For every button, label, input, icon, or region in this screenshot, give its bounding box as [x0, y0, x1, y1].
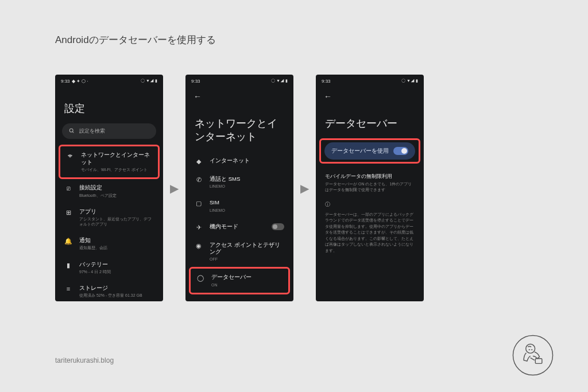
status-icons-right: 〇 ▼◢ ▮: [401, 78, 418, 84]
item-title: 通知: [79, 237, 154, 244]
wifi-icon: [66, 152, 74, 160]
settings-item-storage[interactable]: ≡ ストレージ 使用済み 52% - 空き容量 61.32 GB: [62, 280, 156, 301]
wifi-icon: ◆: [195, 158, 203, 165]
status-bar: 9:33 ◆ ✦ ⬡ · 〇 ▼◢ ▮: [55, 75, 163, 86]
devices-icon: ⎚: [64, 185, 72, 192]
blog-logo: [512, 335, 554, 376]
back-button[interactable]: ←: [194, 92, 202, 101]
network-item-airplane[interactable]: ✈ 機内モード: [192, 218, 287, 236]
info-icon: ⓘ: [323, 193, 417, 212]
search-icon: [69, 128, 75, 135]
status-icons-right: 〇 ▼◢ ▮: [271, 78, 288, 84]
battery-icon: ▮: [64, 262, 72, 269]
vpn-icon: ⎔: [195, 300, 203, 301]
phone-datasaver: 9:33 〇 ▼◢ ▮ ← データセーバー データセーバーを使用 モバイルデータ…: [316, 75, 424, 301]
phone-icon: ✆: [195, 176, 203, 184]
item-title: バッテリー: [79, 261, 154, 268]
article-title: Androidのデータセーバーを使用する: [55, 33, 216, 46]
phone-settings: 9:33 ◆ ✦ ⬡ · 〇 ▼◢ ▮ 設定 設定を検索 ネットワークとイ: [55, 75, 163, 301]
status-icons-left: ◆ ✦ ⬡ ·: [72, 79, 88, 84]
item-sub: Bluetooth、ペア設定: [79, 193, 154, 198]
svg-rect-4: [535, 359, 542, 364]
item-title: 接続設定: [79, 184, 154, 191]
hotspot-icon: ◉: [195, 242, 203, 250]
screen-title: ネットワークとインターネット: [192, 101, 287, 152]
highlight-network: ネットワークとインターネット モバイル、Wi-Fi、アクセス ポイント: [59, 145, 160, 179]
unrestricted-title[interactable]: モバイルデータの無制限利用: [323, 164, 417, 181]
sim-icon: ▢: [195, 200, 203, 207]
settings-item-battery[interactable]: ▮ バッテリー 97% - 4 日 2 時間: [62, 256, 156, 280]
network-item-vpn[interactable]: ⎔ VPN なし: [192, 294, 287, 301]
status-bar: 9:33 〇 ▼◢ ▮: [185, 75, 293, 86]
settings-item-connections[interactable]: ⎚ 接続設定 Bluetooth、ペア設定: [62, 179, 156, 203]
phone-row: 9:33 ◆ ✦ ⬡ · 〇 ▼◢ ▮ 設定 設定を検索 ネットワークとイ: [55, 75, 424, 301]
bell-icon: 🔔: [64, 238, 72, 245]
apps-icon: ⊞: [64, 209, 72, 216]
network-item-hotspot[interactable]: ◉ アクセス ポイントとテザリング OFF: [192, 236, 287, 267]
screen-title: 設定: [62, 86, 156, 123]
item-sub: ON: [211, 282, 283, 288]
settings-item-network[interactable]: ネットワークとインターネット モバイル、Wi-Fi、アクセス ポイント: [61, 148, 157, 176]
screen-title: データセーバー: [323, 101, 417, 138]
network-item-calls[interactable]: ✆ 通話と SMS LINEMO: [192, 170, 287, 194]
plane-icon: ✈: [195, 224, 203, 231]
item-title: アプリ: [79, 208, 154, 215]
status-bar: 9:33 〇 ▼◢ ▮: [316, 75, 424, 86]
footer-credit: tariterukurashi.blog: [55, 356, 114, 364]
status-time: 9:33: [191, 79, 200, 84]
svg-line-1: [72, 131, 74, 133]
network-item-internet[interactable]: ◆ インターネット: [192, 152, 287, 170]
item-title: 通話と SMS: [210, 176, 284, 183]
datasaver-toggle-row[interactable]: データセーバーを使用: [324, 142, 415, 160]
datasaver-icon: ◯: [196, 274, 204, 282]
settings-item-apps[interactable]: ⊞ アプリ アシスタント、最近使ったアプリ、デフォルトのアプリ: [62, 203, 156, 232]
status-time: 9:33: [61, 79, 70, 84]
item-sub: LINEMO: [210, 184, 284, 189]
status-time: 9:33: [322, 79, 331, 84]
unrestricted-sub: データセーバーが ON のときでも、1件のアプリはデータを無制限で使用できます: [323, 181, 417, 193]
item-title: インターネット: [210, 157, 284, 164]
status-icons-right: 〇 ▼◢ ▮: [141, 78, 157, 84]
item-title: データセーバー: [211, 274, 283, 281]
highlight-datasaver: ◯ データセーバー ON: [189, 267, 290, 294]
item-sub: OFF: [210, 257, 284, 262]
info-text: データセーバーは、一部のアプリによるバックグラウンドでのデータ送受信を停止するこ…: [323, 212, 417, 254]
toggle-label: データセーバーを使用: [331, 148, 389, 155]
settings-item-notifications[interactable]: 🔔 通知 通知履歴、会話: [62, 232, 156, 255]
airplane-toggle[interactable]: [272, 223, 284, 230]
toggle-switch[interactable]: [393, 147, 408, 155]
network-item-datasaver[interactable]: ◯ データセーバー ON: [192, 270, 287, 291]
arrow-icon: ▶: [300, 181, 309, 195]
item-title: ストレージ: [79, 285, 154, 292]
back-button[interactable]: ←: [324, 92, 332, 101]
item-sub: アシスタント、最近使ったアプリ、デフォルトのアプリ: [79, 216, 154, 227]
item-title: ネットワークとインターネット: [81, 152, 152, 166]
highlight-toggle: データセーバーを使用: [319, 138, 420, 164]
svg-point-2: [513, 335, 552, 375]
arrow-icon: ▶: [170, 181, 179, 195]
item-title: アクセス ポイントとテザリング: [210, 242, 284, 256]
storage-icon: ≡: [64, 285, 72, 292]
item-sub: モバイル、Wi-Fi、アクセス ポイント: [81, 167, 152, 172]
item-title: 機内モード: [210, 223, 265, 230]
item-title: SIM: [210, 199, 284, 206]
item-sub: LINEMO: [210, 208, 284, 213]
item-sub: 使用済み 52% - 空き容量 61.32 GB: [79, 293, 154, 298]
phone-network: 9:33 〇 ▼◢ ▮ ← ネットワークとインターネット ◆ インターネット ✆…: [185, 75, 293, 301]
item-sub: 97% - 4 日 2 時間: [79, 269, 154, 274]
svg-point-0: [69, 129, 73, 132]
search-placeholder: 設定を検索: [79, 127, 105, 135]
network-item-sim[interactable]: ▢ SIM LINEMO: [192, 194, 287, 218]
item-sub: 通知履歴、会話: [79, 245, 154, 250]
item-title: VPN: [210, 300, 284, 301]
svg-point-3: [526, 344, 535, 354]
search-input[interactable]: 設定を検索: [62, 123, 156, 139]
